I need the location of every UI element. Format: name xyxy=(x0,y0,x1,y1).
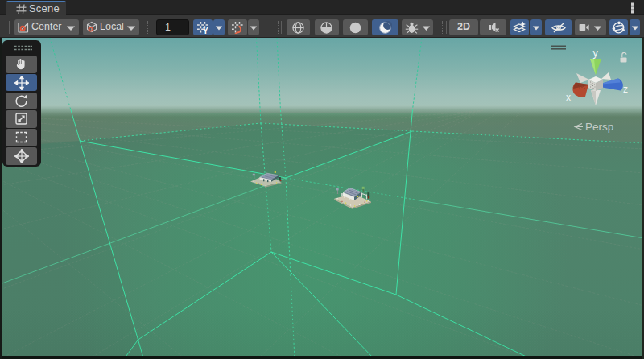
svg-text:Y: Y xyxy=(203,27,208,34)
svg-text:x: x xyxy=(566,92,571,103)
svg-text:y: y xyxy=(593,47,599,59)
svg-text:Persp: Persp xyxy=(585,121,613,133)
svg-text:z: z xyxy=(623,84,628,95)
